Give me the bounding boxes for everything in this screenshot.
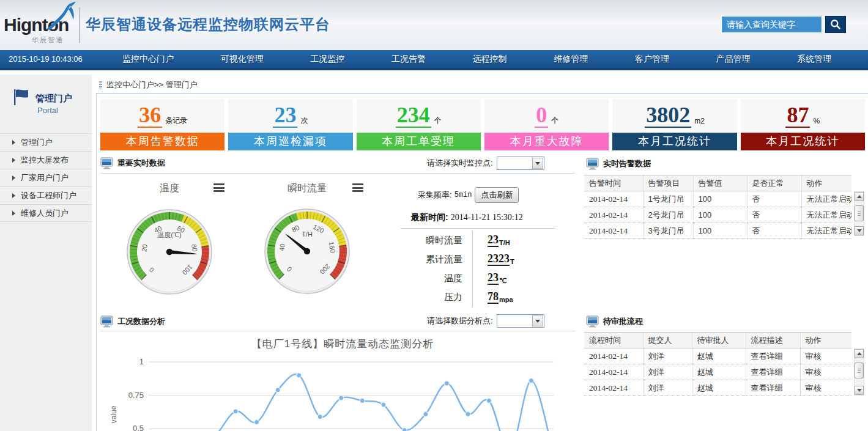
- portal-title: 管理门户: [35, 93, 72, 105]
- reading-value-link[interactable]: 23: [488, 272, 499, 285]
- dashboard-screen: Hignton 华辰智通 华辰智通设备远程监控物联网云平台 2015-10-19…: [0, 0, 868, 431]
- chevron-down-icon[interactable]: [532, 158, 543, 169]
- reading-value-link[interactable]: 78: [488, 291, 499, 304]
- scroll-up-icon[interactable]: [855, 349, 864, 358]
- approval-row-cell: 2014-02-14: [584, 380, 643, 396]
- search-input[interactable]: [722, 17, 822, 32]
- col-flow-time: 流程时间: [584, 333, 643, 348]
- alarm-row-cell: 2014-02-14: [584, 191, 643, 207]
- card-label: 本周巡检漏项: [228, 133, 352, 150]
- reading-value-link[interactable]: 2323: [488, 253, 510, 266]
- card-value-link[interactable]: 3802: [645, 104, 691, 128]
- col-alarm-time: 告警时间: [584, 175, 643, 191]
- monitor-icon: [586, 158, 599, 170]
- datetime: 2015-10-19 10:43:06: [9, 50, 83, 68]
- arrow-right-icon: [12, 140, 15, 145]
- svg-text:0.5: 0.5: [133, 424, 144, 431]
- approval-row: 2014-02-14刘洋赵城查看详细审核: [584, 348, 851, 364]
- search-icon: [829, 18, 842, 31]
- nav-item-condition-alarm[interactable]: 工况告警: [387, 54, 431, 65]
- nav-item-maintenance[interactable]: 维修管理: [549, 54, 593, 65]
- sidebar-item-repair-portal[interactable]: 维修人员门户: [0, 204, 92, 222]
- divider: [401, 228, 555, 229]
- col-submitter: 提交人: [643, 333, 692, 348]
- refresh-button[interactable]: 点击刷新: [475, 187, 519, 203]
- nav-menu: 监控中心门户 可视化管理 工况监控 工况告警 远程控制 维修管理 客户管理 产品…: [117, 50, 836, 68]
- collection-frequency: 采集频率: 5min 点击刷新: [418, 187, 519, 203]
- alarm-row-cell: 2号龙门吊: [643, 207, 693, 223]
- card-monthly-stats-area: 3802m2 本月工况统计: [612, 99, 736, 150]
- alarm-row-cell: 100: [693, 223, 747, 239]
- svg-text:value: value: [109, 405, 118, 423]
- approval-row-cell[interactable]: 审核: [800, 364, 851, 380]
- approval-row-cell: 刘洋: [643, 348, 692, 364]
- gauge2-menu-icon[interactable]: [352, 183, 363, 192]
- nav-item-visualization[interactable]: 可视化管理: [216, 54, 269, 65]
- sidebar-item-bigscreen[interactable]: 监控大屏发布: [0, 151, 92, 169]
- alarm-table-scrollbar[interactable]: [854, 191, 864, 236]
- sidebar-item-engineer-portal[interactable]: 设备工程师门户: [0, 186, 92, 204]
- scroll-down-icon[interactable]: [855, 226, 864, 235]
- main-nav: 2015-10-19 10:43:06 监控中心门户 可视化管理 工况监控 工况…: [0, 50, 868, 70]
- monitor-icon: [100, 157, 113, 169]
- sidebar-item-factory-portal[interactable]: 厂家用户门户: [0, 169, 92, 186]
- realtime-point-select[interactable]: [497, 157, 544, 170]
- approval-row-cell[interactable]: 查看详细: [746, 364, 800, 380]
- scroll-down-icon[interactable]: [855, 386, 864, 395]
- scroll-thumb[interactable]: [855, 205, 864, 221]
- gauge1-menu-icon[interactable]: [213, 183, 224, 192]
- alarm-table: 告警时间 告警项目 告警值 是否正常 动作 2014-02-141号龙门吊100…: [584, 175, 851, 239]
- alarm-row-cell: 无法正常启动: [801, 191, 851, 207]
- card-value-link[interactable]: 23: [273, 104, 297, 128]
- card-unit: 个: [434, 116, 442, 126]
- approval-table: 流程时间 提交人 待审批人 流程描述 动作 2014-02-14刘洋赵城查看详细…: [584, 332, 851, 396]
- nav-item-monitor-center[interactable]: 监控中心门户: [117, 54, 179, 65]
- sidebar-item-admin-portal[interactable]: 管理门户: [0, 133, 92, 151]
- approval-row-cell: 赵城: [692, 364, 746, 380]
- reading-row: 瞬时流量 23T/H: [401, 231, 557, 250]
- approval-row-cell[interactable]: 审核: [800, 380, 851, 396]
- nav-item-customers[interactable]: 客户管理: [630, 54, 674, 65]
- arrow-right-icon: [12, 158, 15, 163]
- breadcrumb[interactable]: 监控中心门户>> 管理门户: [99, 79, 198, 90]
- card-value-link[interactable]: 0: [535, 104, 548, 128]
- realtime-point-select-row: 请选择实时监控点:: [427, 157, 544, 170]
- stat-cards: 36条记录 本周告警数据 23次 本周巡检漏项 234个 本周工单受理 0个 本…: [100, 99, 865, 150]
- latest-time: 最新时间:2014-11-21 15:30:12: [411, 212, 523, 223]
- nav-item-condition-monitor[interactable]: 工况监控: [305, 54, 349, 65]
- card-value-link[interactable]: 36: [138, 104, 162, 128]
- select-label: 请选择数据分析点:: [427, 315, 493, 326]
- approval-row-cell[interactable]: 审核: [800, 348, 851, 364]
- approval-row-cell[interactable]: 查看详细: [746, 380, 800, 396]
- card-value-link[interactable]: 87: [785, 104, 810, 128]
- analysis-point-select[interactable]: [497, 314, 544, 328]
- svg-text:0.75: 0.75: [128, 391, 144, 400]
- approval-row-cell[interactable]: 查看详细: [746, 348, 800, 364]
- alarm-header-row: 告警时间 告警项目 告警值 是否正常 动作: [584, 175, 851, 191]
- search-button[interactable]: [825, 16, 846, 33]
- chevron-down-icon[interactable]: [532, 315, 543, 326]
- reading-row: 累计流量 2323T: [401, 250, 557, 269]
- approval-row-cell: 赵城: [692, 380, 746, 396]
- nav-item-remote-control[interactable]: 远程控制: [468, 54, 512, 65]
- monitor-icon: [586, 315, 599, 328]
- gauge2-title: 瞬时流量: [270, 182, 344, 195]
- alarm-row-cell: 2014-02-14: [584, 223, 643, 239]
- page-title: 华辰智通设备远程监控物联网云平台: [86, 15, 330, 34]
- nav-item-products[interactable]: 产品管理: [711, 54, 755, 65]
- logo-divider: [79, 7, 80, 43]
- alarm-row-cell: 1号龙门吊: [643, 191, 693, 207]
- nav-item-system[interactable]: 系统管理: [792, 54, 836, 65]
- approval-table-scrollbar[interactable]: [854, 348, 864, 396]
- arrow-right-icon: [12, 211, 15, 216]
- temperature-gauge: 020406080100温度(℃): [124, 206, 215, 298]
- col-flow-action: 动作: [800, 333, 851, 348]
- arrow-right-icon: [12, 175, 15, 180]
- card-value-link[interactable]: 234: [396, 104, 431, 128]
- alarm-row-cell: 否: [747, 207, 801, 223]
- sidebar-menu: 管理门户 监控大屏发布 厂家用户门户 设备工程师门户 维修人员门户: [0, 133, 92, 222]
- reading-value-link[interactable]: 23: [488, 234, 499, 247]
- scroll-thumb[interactable]: [855, 363, 864, 378]
- card-label: 本月重大故障: [484, 133, 609, 150]
- scroll-up-icon[interactable]: [855, 192, 864, 201]
